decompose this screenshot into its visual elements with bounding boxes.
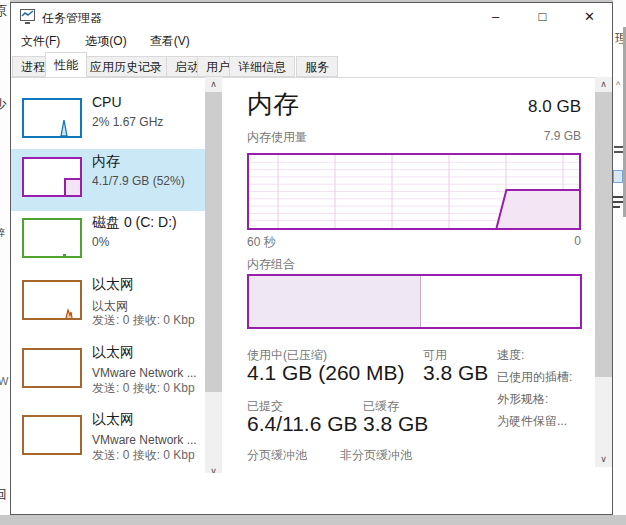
cached-value: 3.8 GB: [363, 412, 428, 436]
tab-details[interactable]: 详细信息: [229, 56, 295, 77]
scrollbar-thumb[interactable]: [205, 92, 222, 392]
background-fragment: [613, 170, 623, 183]
menu-bar: 文件(F) 选项(O) 查看(V): [11, 30, 612, 52]
sidebar-item-ethernet-2[interactable]: 以太网 VMware Network ... 发送: 0 接收: 0 Kbp: [11, 340, 205, 402]
tab-app-history[interactable]: 应用历史记录: [81, 56, 171, 77]
background-fragment: [613, 201, 623, 203]
sidebar-memory-stats: 4.1/7.9 GB (52%): [92, 174, 204, 188]
cpu-mini-graph: [22, 98, 82, 138]
menu-view[interactable]: 查看(V): [144, 31, 196, 52]
footer-bar: ∧ 简略信息(D) | 打开资源监视器: [11, 473, 612, 514]
menu-file[interactable]: 文件(F): [15, 31, 66, 52]
hw-reserved-label: 为硬件保留...: [497, 413, 567, 430]
sidebar-ethernet-stats: 发送: 0 接收: 0 Kbp: [92, 447, 204, 464]
background-glyph: 碎: [0, 226, 5, 240]
sidebar-ethernet-title: 以太网: [92, 411, 134, 429]
scrollbar-thumb[interactable]: [595, 92, 612, 377]
usage-graph-label: 内存使用量: [247, 129, 307, 146]
task-manager-icon: [20, 9, 35, 21]
sidebar-ethernet-stats: 发送: 0 接收: 0 Kbp: [92, 380, 204, 397]
sidebar-scrollbar[interactable]: ∧ ∨: [205, 77, 222, 479]
task-manager-icon-stand: [25, 22, 30, 24]
sidebar-cpu-title: CPU: [92, 94, 122, 110]
axis-label-left: 60 秒: [247, 234, 276, 251]
axis-label-right: 0: [574, 234, 581, 248]
committed-value: 6.4/11.6 GB: [247, 412, 358, 436]
main-scrollbar[interactable]: ∧ ∨: [595, 77, 612, 467]
hw-speed-label: 速度:: [497, 347, 524, 364]
background-left-sliver: 原 少 碎 W 回: [0, 0, 10, 515]
memory-mini-graph: [22, 157, 82, 197]
background-fragment: [613, 206, 620, 208]
tab-bar: 进程 性能 应用历史记录 启动 用户 详细信息 服务: [11, 52, 612, 78]
sidebar-item-disk[interactable]: 磁盘 0 (C: D:) 0%: [11, 210, 205, 272]
background-glyph: ^: [616, 80, 620, 90]
scroll-up-arrow[interactable]: ∧: [595, 77, 612, 92]
sidebar-memory-title: 内存: [92, 153, 120, 171]
in-use-value: 4.1 GB (260 MB): [247, 361, 405, 385]
sidebar-item-cpu[interactable]: CPU 2% 1.67 GHz: [11, 90, 205, 152]
close-button[interactable]: ✕: [567, 3, 612, 30]
window-title: 任务管理器: [42, 10, 102, 27]
page-title: 内存: [247, 87, 299, 122]
background-glyph: 原: [0, 2, 7, 20]
ethernet-mini-graph: [22, 280, 82, 320]
task-manager-window: 任务管理器 – □ ✕ 文件(F) 选项(O) 查看(V) 进程 性能 应用历史…: [10, 2, 613, 515]
ethernet-mini-graph: [22, 348, 82, 388]
sidebar-item-ethernet-1[interactable]: 以太网 以太网 发送: 0 接收: 0 Kbp: [11, 272, 205, 334]
background-right-sliver: 理 ^: [613, 0, 626, 515]
nonpaged-pool-label: 非分页缓冲池: [340, 447, 412, 464]
scroll-down-arrow[interactable]: ∨: [595, 452, 612, 467]
sidebar-ethernet-stats: 发送: 0 接收: 0 Kbp: [92, 312, 204, 329]
sidebar-ethernet-name: VMware Network ...: [92, 366, 204, 380]
sidebar-item-memory[interactable]: 内存 4.1/7.9 GB (52%): [11, 149, 205, 211]
usage-scale-max: 7.9 GB: [544, 129, 581, 143]
maximize-button[interactable]: □: [520, 3, 565, 30]
ethernet-mini-graph: [22, 415, 82, 455]
tab-performance[interactable]: 性能: [45, 52, 87, 77]
background-glyph: W: [0, 375, 8, 387]
sidebar-disk-stats: 0%: [92, 235, 204, 249]
menu-options[interactable]: 选项(O): [79, 31, 132, 52]
sidebar-ethernet-title: 以太网: [92, 344, 134, 362]
background-fragment: [614, 146, 623, 148]
sidebar-disk-title: 磁盘 0 (C: D:): [92, 214, 177, 232]
memory-usage-graph: [247, 153, 581, 230]
composition-in-use-segment: [249, 276, 421, 327]
sidebar-ethernet-name: VMware Network ...: [92, 433, 204, 447]
background-glyph: 少: [0, 96, 7, 114]
disk-mini-graph: [22, 218, 82, 258]
memory-capacity: 8.0 GB: [528, 97, 581, 117]
memory-composition-bar: [247, 274, 582, 329]
sidebar-ethernet-title: 以太网: [92, 276, 134, 294]
composition-label: 内存组合: [247, 256, 295, 273]
available-value: 3.8 GB: [423, 361, 488, 385]
minimize-button[interactable]: –: [473, 3, 518, 30]
tab-services[interactable]: 服务: [296, 56, 338, 77]
background-fragment: [614, 151, 623, 153]
background-fragment: [613, 196, 623, 198]
hw-slots-label: 已使用的插槽:: [497, 369, 572, 386]
hw-form-factor-label: 外形规格:: [497, 391, 548, 408]
sidebar-cpu-stats: 2% 1.67 GHz: [92, 115, 204, 129]
sidebar-item-ethernet-3[interactable]: 以太网 VMware Network ... 发送: 0 接收: 0 Kbp: [11, 407, 205, 469]
paged-pool-label: 分页缓冲池: [247, 447, 307, 464]
scroll-up-arrow[interactable]: ∧: [205, 77, 222, 92]
background-glyph: 回: [0, 486, 7, 504]
title-bar[interactable]: 任务管理器 – □ ✕: [11, 3, 612, 30]
